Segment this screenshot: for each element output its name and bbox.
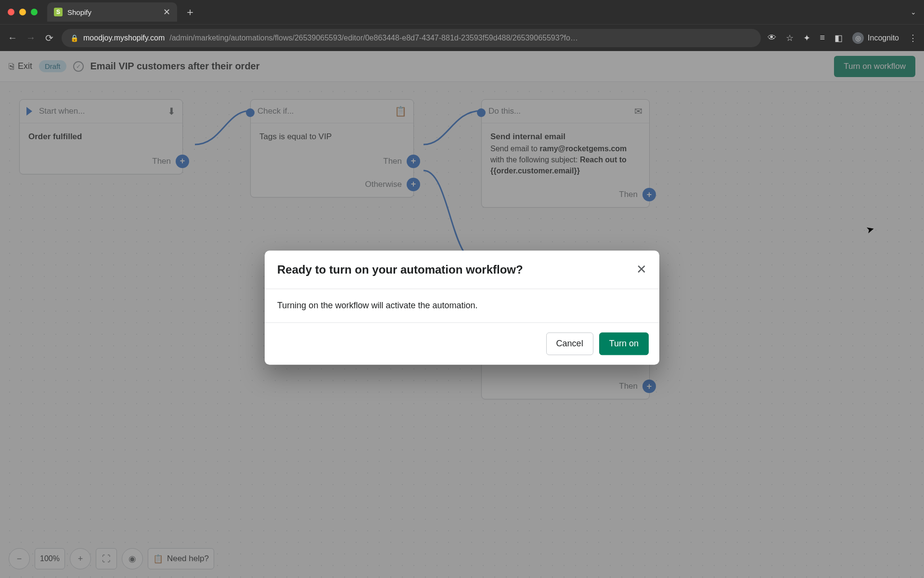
close-tab-icon[interactable]: ✕ (163, 7, 170, 17)
browser-tabs-strip: Shopify ✕ ＋ ⌄ (0, 0, 924, 24)
close-icon[interactable]: ✕ (636, 262, 647, 277)
eye-off-icon[interactable]: 👁 (768, 33, 776, 43)
tab-title: Shopify (67, 8, 158, 16)
modal-header: Ready to turn on your automation workflo… (265, 250, 659, 289)
modal-body: Turning on the workflow will activate th… (265, 289, 659, 323)
incognito-icon: ◎ (852, 32, 864, 44)
back-icon[interactable]: ← (7, 32, 18, 43)
reading-list-icon[interactable]: ≡ (820, 33, 825, 43)
browser-menu-icon[interactable]: ⋮ (909, 33, 917, 43)
turn-on-button[interactable]: Turn on (599, 332, 649, 355)
browser-address-bar: ← → ⟳ 🔒 moodjoy.myshopify.com /admin/mar… (0, 24, 924, 51)
url-field[interactable]: 🔒 moodjoy.myshopify.com /admin/marketing… (62, 29, 761, 47)
incognito-indicator[interactable]: ◎ Incognito (852, 32, 899, 44)
url-path: /admin/marketing/automations/flows/26539… (169, 34, 752, 42)
favicon-shopify-icon (54, 8, 63, 16)
forward-icon[interactable]: → (25, 32, 37, 43)
window-minimize-icon[interactable] (19, 9, 26, 15)
new-tab-button[interactable]: ＋ (185, 5, 195, 19)
window-controls (8, 9, 38, 15)
window-maximize-icon[interactable] (31, 9, 38, 15)
incognito-label: Incognito (868, 34, 899, 42)
app-viewport: ⎘ Exit Draft ✓ Email VIP customers after… (0, 51, 924, 578)
extensions-icon[interactable]: ✦ (803, 33, 810, 43)
browser-tab[interactable]: Shopify ✕ (47, 2, 177, 22)
confirm-modal: Ready to turn on your automation workflo… (265, 250, 659, 365)
reload-icon[interactable]: ⟳ (43, 32, 55, 44)
side-panel-icon[interactable]: ◧ (834, 33, 843, 43)
window-close-icon[interactable] (8, 9, 14, 15)
url-domain: moodjoy.myshopify.com (83, 34, 165, 42)
modal-footer: Cancel Turn on (265, 323, 659, 365)
bookmark-star-icon[interactable]: ☆ (786, 33, 794, 43)
tabs-overflow-icon[interactable]: ⌄ (911, 8, 916, 16)
cancel-button[interactable]: Cancel (546, 332, 593, 355)
browser-actions: 👁 ☆ ✦ ≡ ◧ ◎ Incognito ⋮ (768, 32, 917, 44)
lock-icon: 🔒 (70, 34, 78, 42)
modal-title: Ready to turn on your automation workflo… (277, 263, 636, 276)
